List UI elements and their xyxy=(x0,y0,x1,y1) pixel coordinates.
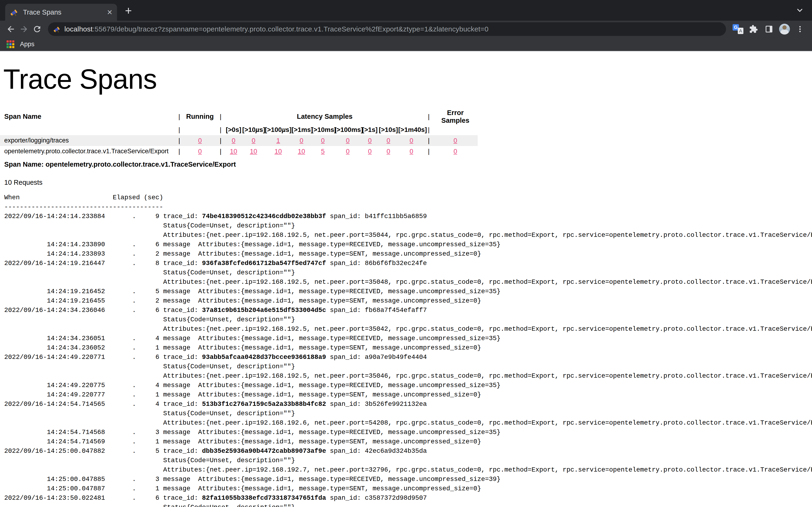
log-text: Attributes:{net.peer.ip=192.168.192.5, n… xyxy=(4,278,812,286)
log-line: Status{Code=Unset, description=""} xyxy=(4,221,812,230)
latency-sample-link[interactable]: 1 xyxy=(276,137,280,144)
col-running: Running xyxy=(184,109,216,124)
reload-icon[interactable] xyxy=(31,22,44,36)
latency-sample-link[interactable]: 10 xyxy=(230,148,237,155)
pipe-separator: | xyxy=(424,146,433,157)
telescope-favicon-icon xyxy=(10,8,18,16)
back-icon[interactable] xyxy=(4,22,17,36)
log-line: Attributes:{net.peer.ip=192.168.192.6, n… xyxy=(4,418,812,428)
tracez-row: opentelemetry.proto.collector.trace.v1.T… xyxy=(0,146,478,157)
browser-tab[interactable]: Trace Spans × xyxy=(5,4,117,21)
side-panel-icon[interactable] xyxy=(763,23,775,35)
latency-sample-link[interactable]: 5 xyxy=(321,148,325,155)
running-count-link[interactable]: 0 xyxy=(198,148,202,155)
latency-sample-link[interactable]: 0 xyxy=(368,148,372,155)
latency-sample-link[interactable]: 0 xyxy=(387,148,390,155)
log-line: Attributes:{net.peer.ip=192.168.192.5, n… xyxy=(4,324,812,334)
log-line: Attributes:{net.peer.ip=192.168.192.5, n… xyxy=(4,277,812,287)
tab-close-icon[interactable]: × xyxy=(107,8,112,17)
log-text: Status{Code=Unset, description=""} xyxy=(4,363,295,370)
telescope-site-icon xyxy=(53,25,61,33)
latency-sample-link-cell: 0 xyxy=(398,146,424,157)
pipe-separator: | xyxy=(216,146,225,157)
latency-sample-link[interactable]: 0 xyxy=(346,137,350,144)
log-line: 14:24:14.233893 . 2 message Attributes:{… xyxy=(4,249,812,259)
latency-sample-link[interactable]: 0 xyxy=(232,137,236,144)
trace-id-value: 82fa11055b338efcd733187347651fda xyxy=(202,494,326,502)
pipe-separator: | xyxy=(216,109,225,124)
profile-avatar[interactable] xyxy=(779,23,790,35)
apps-grid-square xyxy=(12,43,14,45)
tab-search-chevron-icon[interactable] xyxy=(796,6,804,14)
error-count-link[interactable]: 0 xyxy=(453,148,457,155)
trace-log: When Elapsed (sec)----------------------… xyxy=(4,193,812,507)
latency-sample-link[interactable]: 0 xyxy=(321,137,325,144)
url-bar[interactable]: localhost:55679/debug/tracez?zspanname=o… xyxy=(48,22,726,36)
log-text: Status{Code=Unset, description=""} xyxy=(4,410,295,417)
apps-grid-square xyxy=(12,46,14,48)
apps-grid-square xyxy=(7,43,9,45)
log-line: 14:24:19.216452 . 5 message Attributes:{… xyxy=(4,287,812,296)
log-text: 14:24:14.233893 . 2 message Attributes:{… xyxy=(4,250,481,258)
latency-sample-link-cell: 0 xyxy=(361,135,378,146)
new-tab-button[interactable]: + xyxy=(125,4,132,17)
latency-sample-link-cell: 10 xyxy=(292,146,311,157)
latency-sample-link[interactable]: 0 xyxy=(300,137,303,144)
error-count-link[interactable]: 0 xyxy=(453,137,457,144)
latency-sample-link[interactable]: 0 xyxy=(410,137,413,144)
log-text: span_id: b41ffc11bb5a6859 xyxy=(326,213,427,220)
latency-sample-link[interactable]: 10 xyxy=(250,148,257,155)
latency-sample-link[interactable]: 10 xyxy=(274,148,282,155)
extensions-puzzle-icon[interactable] xyxy=(748,23,759,35)
running-count-link[interactable]: 0 xyxy=(198,137,202,144)
apps-grid-square xyxy=(7,40,9,43)
latency-sample-link[interactable]: 0 xyxy=(410,148,413,155)
running-count-link-cell: 0 xyxy=(184,146,216,157)
log-line: 2022/09/16-14:24:34.236046 . 6 trace_id:… xyxy=(4,305,812,315)
log-text: Attributes:{net.peer.ip=192.168.192.5, n… xyxy=(4,231,812,239)
latency-sample-link[interactable]: 0 xyxy=(252,137,255,144)
log-text: Status{Code=Unset, description=""} xyxy=(4,504,295,507)
log-line: 14:25:00.047887 . 1 message Attributes:{… xyxy=(4,484,812,493)
log-line: 14:24:14.233890 . 6 message Attributes:{… xyxy=(4,240,812,249)
latency-sample-link-cell: 10 xyxy=(225,146,242,157)
latency-bucket-label: [>0s] xyxy=(225,124,242,135)
log-text: 2022/09/16-14:24:34.236046 . 6 trace_id: xyxy=(4,306,202,314)
log-line: 2022/09/16-14:24:54.714565 . 4 trace_id:… xyxy=(4,399,812,409)
log-text: 14:24:49.220777 . 1 message Attributes:{… xyxy=(4,391,481,398)
running-count-link-cell: 0 xyxy=(184,135,216,146)
spacer xyxy=(0,124,175,135)
bookmark-apps[interactable]: Apps xyxy=(20,41,35,48)
latency-sample-link[interactable]: 10 xyxy=(298,148,305,155)
browser-menu-kebab-icon[interactable] xyxy=(794,23,806,35)
log-text: 2022/09/16-14:25:00.047882 . 5 trace_id: xyxy=(4,447,202,455)
latency-sample-link[interactable]: 0 xyxy=(368,137,372,144)
latency-sample-link[interactable]: 0 xyxy=(387,137,390,144)
latency-bucket-label: [>10s] xyxy=(378,124,398,135)
latency-sample-link-cell: 5 xyxy=(311,146,334,157)
apps-grid-square xyxy=(7,46,9,48)
trace-id-value: 936fa38fcfed661712ba547f5ed747cf xyxy=(202,260,326,267)
spacer xyxy=(184,124,216,135)
latency-sample-link[interactable]: 0 xyxy=(346,148,350,155)
apps-grid-square xyxy=(9,43,11,45)
log-text: 14:25:00.047887 . 1 message Attributes:{… xyxy=(4,485,481,492)
col-span-name: Span Name xyxy=(0,109,175,124)
translate-a-badge: A xyxy=(738,28,744,34)
log-text: 14:24:34.236052 . 1 message Attributes:{… xyxy=(4,344,481,351)
translate-icon[interactable]: GA xyxy=(732,23,744,35)
log-line: Status{Code=Unset, description=""} xyxy=(4,315,812,324)
log-text: 14:24:19.216455 . 2 message Attributes:{… xyxy=(4,297,481,304)
col-latency-samples: Latency Samples xyxy=(225,109,424,124)
log-text: span_id: 42ec6a9d324b35da xyxy=(326,447,427,455)
trace-id-value: 37a81c9b615b204a6e515df533004d5c xyxy=(202,306,326,314)
forward-icon[interactable] xyxy=(17,22,31,36)
latency-bucket-label: [>1ms] xyxy=(292,124,311,135)
bookmarks-bar: Apps xyxy=(0,38,812,51)
log-text: span_id: 3b526fe9921132ea xyxy=(326,400,427,408)
log-line: Status{Code=Unset, description=""} xyxy=(4,409,812,418)
log-text: When Elapsed (sec) xyxy=(4,194,163,201)
log-line: 14:24:34.236051 . 4 message Attributes:{… xyxy=(4,334,812,343)
latency-sample-link-cell: 0 xyxy=(311,135,334,146)
log-line: ----------------------------------------… xyxy=(4,202,812,212)
